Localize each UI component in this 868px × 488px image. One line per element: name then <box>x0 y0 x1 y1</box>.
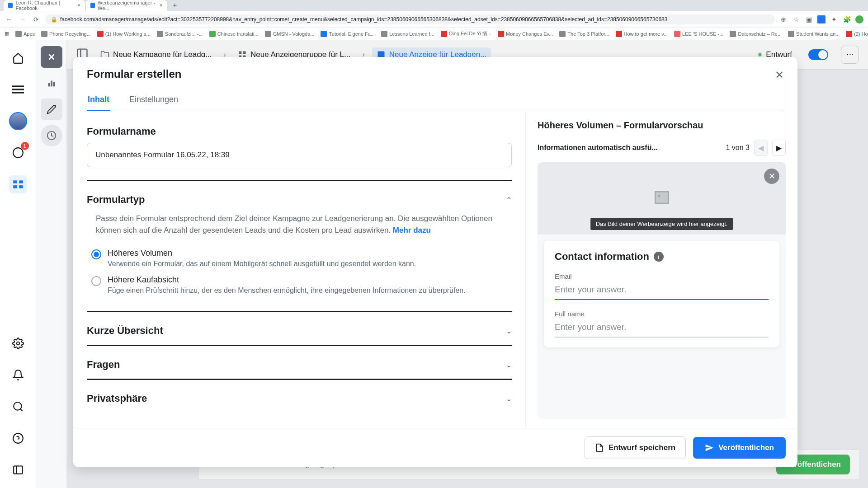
history-icon[interactable] <box>41 125 62 146</box>
contact-card: Contact information i Email Full name <box>544 241 779 347</box>
svg-rect-12 <box>48 83 50 86</box>
edit-icon[interactable] <box>41 99 62 120</box>
bookmark-item[interactable]: Chinese translati... <box>209 31 259 37</box>
field-label-name: Full name <box>555 310 769 318</box>
extensions-icon[interactable]: ✦ <box>830 15 838 23</box>
modal-title: Formular erstellen <box>87 68 784 80</box>
form-editor-panel: Formularname Formulartyp ⌃ Passe dein Fo… <box>73 111 525 428</box>
collapse-icon[interactable] <box>9 461 27 479</box>
privacy-section-toggle[interactable]: Privatsphäre ⌄ <box>87 388 512 409</box>
preview-card: ✕ Das Bild deiner Werbeanzeige wird hier… <box>538 162 786 419</box>
overview-heading: Kurze Übersicht <box>87 325 163 337</box>
forward-icon[interactable]: → <box>18 15 27 24</box>
svg-rect-0 <box>12 85 24 87</box>
save-draft-button[interactable]: Entwurf speichern <box>585 436 686 459</box>
close-editor-button[interactable] <box>41 46 62 68</box>
bookmark-item[interactable]: Qing Fei De Yi 情... <box>441 30 491 37</box>
preview-step-label: Informationen automatisch ausfü... <box>538 144 726 152</box>
publish-button[interactable]: Veröffentlichen <box>693 437 786 459</box>
bookmark-item[interactable]: Student Wants an... <box>788 31 840 37</box>
bookmark-item[interactable]: Phone Recycling... <box>41 31 91 37</box>
preview-close-button[interactable]: ✕ <box>764 169 779 184</box>
radio-higher-volume[interactable]: Höheres Volumen Verwende ein Formular, d… <box>87 245 512 272</box>
radio-icon[interactable] <box>91 276 101 286</box>
tab-settings[interactable]: Einstellungen <box>128 89 179 111</box>
save-draft-label: Entwurf speichern <box>609 443 675 452</box>
email-input[interactable] <box>555 280 769 300</box>
close-modal-button[interactable]: ✕ <box>771 67 788 83</box>
settings-icon[interactable] <box>9 334 27 352</box>
close-icon[interactable]: × <box>160 2 163 9</box>
tab-content[interactable]: Inhalt <box>87 89 110 111</box>
main-sidebar: 1 <box>0 40 36 488</box>
lock-icon: 🔒 <box>51 16 57 23</box>
help-icon[interactable] <box>9 429 27 447</box>
preview-panel: Höheres Volumen – Formularvorschau Infor… <box>525 111 797 428</box>
home-icon[interactable] <box>9 49 27 67</box>
chart-icon[interactable] <box>41 72 62 94</box>
radio-higher-intent[interactable]: Höhere Kaufabsicht Füge einen Prüfschrit… <box>87 272 512 298</box>
browser-tab-1[interactable]: Leon R. Chaudhari | Facebook × <box>4 0 85 11</box>
profile-icon[interactable] <box>855 15 863 23</box>
svg-point-9 <box>14 402 21 410</box>
bookmark-item[interactable]: The Top 3 Platfor... <box>559 31 609 37</box>
puzzle-icon[interactable]: 🧩 <box>843 15 851 23</box>
svg-rect-1 <box>12 89 24 90</box>
questions-section-toggle[interactable]: Fragen ⌄ <box>87 354 512 375</box>
ads-manager-icon[interactable] <box>9 175 27 193</box>
preview-title: Höheres Volumen – Formularvorschau <box>538 120 786 131</box>
questions-heading: Fragen <box>87 359 120 371</box>
formname-heading: Formularname <box>87 126 512 137</box>
bookmark-item[interactable]: Apps <box>15 31 35 37</box>
star-icon[interactable]: ☆ <box>792 15 800 23</box>
menu-icon[interactable] <box>9 80 27 99</box>
close-icon[interactable]: × <box>77 2 80 9</box>
new-tab-button[interactable]: + <box>168 1 181 9</box>
bookmark-item[interactable]: GMSN - Vologda... <box>265 31 315 37</box>
reload-icon[interactable]: ⟳ <box>32 15 41 24</box>
bookmark-item[interactable]: (2) How To Add A... <box>846 31 868 37</box>
pager-prev-button[interactable]: ◀ <box>754 140 768 156</box>
info-icon[interactable]: i <box>654 252 664 262</box>
svg-rect-11 <box>14 466 23 474</box>
editor-sidebar <box>36 40 67 488</box>
avatar[interactable] <box>9 112 27 130</box>
formtype-section-toggle[interactable]: Formulartyp ⌃ <box>87 189 512 210</box>
bookmark-item[interactable]: Sonderaufzi... -... <box>157 31 203 37</box>
bookmark-item[interactable]: How to get more v... <box>616 31 668 37</box>
fullname-input[interactable] <box>555 318 769 338</box>
browser-chrome: Leon R. Chaudhari | Facebook × Werbeanze… <box>0 0 868 27</box>
notifications-icon[interactable] <box>9 366 27 384</box>
create-form-modal: ✕ Formular erstellen Inhalt Einstellunge… <box>73 57 797 467</box>
badge: 1 <box>21 142 29 150</box>
chevron-down-icon: ⌄ <box>506 361 512 369</box>
pager-next-button[interactable]: ▶ <box>772 140 786 156</box>
back-icon[interactable]: ← <box>5 15 14 24</box>
radio-icon[interactable] <box>91 249 101 259</box>
bookmark-item[interactable]: Lessons Learned f... <box>381 31 434 37</box>
bookmark-item[interactable]: LEE 'S HOUSE -... <box>674 31 723 37</box>
bookmark-item[interactable]: Tutorial: Eigene Fa... <box>321 31 375 37</box>
learn-more-link[interactable]: Mehr dazu <box>393 226 431 235</box>
fb-extension-icon[interactable]: f <box>817 15 826 23</box>
cookie-icon[interactable]: 1 <box>9 144 27 162</box>
camera-icon[interactable]: ▣ <box>805 15 813 23</box>
zoom-icon[interactable]: ⊕ <box>779 15 788 23</box>
chevron-down-icon: ⌄ <box>506 394 512 403</box>
facebook-favicon <box>90 3 95 8</box>
svg-rect-7 <box>19 185 23 188</box>
formname-input[interactable] <box>87 143 512 167</box>
address-bar[interactable]: 🔒 facebook.com/adsmanager/manage/ads/edi… <box>45 14 775 24</box>
bookmark-item[interactable]: Datenschutz – Re... <box>730 31 782 37</box>
apps-icon[interactable]: ▦ <box>5 31 9 37</box>
svg-point-3 <box>13 148 23 158</box>
svg-rect-13 <box>51 81 52 87</box>
pager-text: 1 von 3 <box>726 144 750 152</box>
bookmark-item[interactable]: Money Changes Ev... <box>498 31 553 37</box>
browser-tab-2[interactable]: Werbeanzeigenmanager - We... × <box>86 0 167 11</box>
svg-rect-4 <box>13 180 17 183</box>
search-icon[interactable] <box>9 398 27 416</box>
bookmark-item[interactable]: (1) How Working a... <box>97 31 151 37</box>
overview-section-toggle[interactable]: Kurze Übersicht ⌄ <box>87 320 512 341</box>
formtype-description: Passe dein Formular entsprechend dem Zie… <box>96 213 503 236</box>
